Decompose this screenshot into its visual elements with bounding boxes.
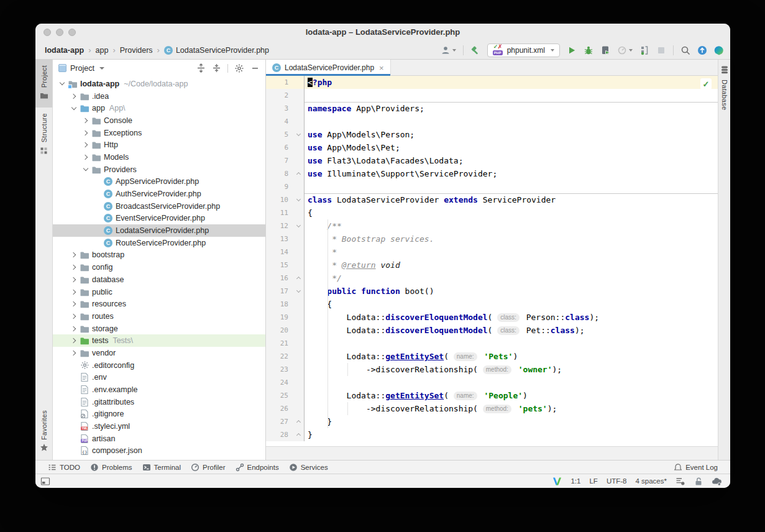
code-line-8[interactable]: 8use Illuminate\Support\ServiceProvider; [266,167,718,180]
tree-item-env[interactable]: .env [53,372,265,384]
code-line-23[interactable]: 23 ->discoverRelationship( method: 'owne… [266,363,718,376]
debug-icon[interactable] [584,45,593,56]
code-line-7[interactable]: 7use Flat3\Lodata\Facades\Lodata; [266,154,718,167]
code-line-4[interactable]: 4 [266,115,718,128]
tree-item-http[interactable]: Http [53,139,265,151]
chevron-right-icon[interactable] [68,94,79,98]
code-line-9[interactable]: 9 [266,180,718,193]
fold-marker-icon[interactable] [293,199,304,201]
stripe-tab-project[interactable]: Project [35,60,52,108]
chevron-right-icon[interactable] [80,143,91,147]
breadcrumb-item-app[interactable]: app [96,46,109,55]
status-line-separator[interactable]: LF [589,477,597,485]
breadcrumb-item-providers[interactable]: Providers [120,46,153,55]
code-line-20[interactable]: 20 Lodata::discoverEloquentModel( class:… [266,324,718,337]
code-line-12[interactable]: 12 /** [266,219,718,232]
editor[interactable]: 1<?php23namespace App\Providers;45use Ap… [266,76,718,460]
tree-item-styleci-yml[interactable]: YML.styleci.yml [53,420,265,433]
tree-item-tests[interactable]: testsTests\ [53,334,265,347]
breadcrumb-item-lodataserviceprovider-php[interactable]: CLodataServiceProvider.php [164,46,269,55]
user-menu-icon[interactable] [441,45,456,56]
tree-item-composer-json[interactable]: {}composer.json [53,445,265,457]
chevron-right-icon[interactable] [68,265,79,269]
tool-window-button-endpoints[interactable]: Endpoints [231,461,284,474]
close-tab-icon[interactable]: × [379,64,384,72]
tree-item-gitignore[interactable]: .gitignore [53,408,265,421]
chevron-right-icon[interactable] [68,278,79,282]
fold-marker-icon[interactable] [293,290,304,292]
code-line-11[interactable]: 11{ [266,206,718,219]
hide-panel-icon[interactable] [250,63,260,74]
code-line-26[interactable]: 26 ->discoverRelationship( method: 'pets… [266,402,718,415]
code-line-28[interactable]: 28} [266,428,718,441]
code-line-1[interactable]: 1<?php [266,76,718,89]
close-button[interactable] [44,29,51,36]
stripe-tab-database[interactable]: Database [718,60,730,116]
tree-item-vendor[interactable]: vendor [53,347,265,359]
update-icon[interactable] [697,45,707,56]
code-line-17[interactable]: 17 public function boot() [266,285,718,298]
tree-item-app[interactable]: appApp\ [53,102,265,114]
search-everywhere-icon[interactable] [680,45,690,56]
chevron-right-icon[interactable] [68,314,79,318]
code-line-16[interactable]: 16 */ [266,272,718,285]
tree-item-lodata-app[interactable]: lodata-app~/Code/lodata-app [53,78,265,90]
tree-item-lodataserviceprovider-php[interactable]: CLodataServiceProvider.php [53,224,265,237]
code-line-5[interactable]: 5use App\Models\Person; [266,128,718,141]
expand-all-icon[interactable] [196,63,206,74]
fold-marker-icon[interactable] [293,225,304,227]
v-plugin-icon[interactable] [552,475,562,487]
chevron-right-icon[interactable] [80,155,91,159]
fold-marker-icon[interactable] [293,134,304,135]
code-line-6[interactable]: 6use App\Models\Pet; [266,141,718,154]
tree-item-console[interactable]: Console [53,114,265,127]
code-line-13[interactable]: 13 * Bootstrap services. [266,232,718,245]
tool-window-button-problems[interactable]: Problems [85,461,137,474]
fold-marker-icon[interactable] [293,173,304,175]
chevron-down-icon[interactable] [99,67,104,70]
chevron-right-icon[interactable] [68,327,79,331]
cloud-settings-icon[interactable] [712,475,721,487]
code-line-15[interactable]: 15 * @return void [266,259,718,272]
code-line-27[interactable]: 27 } [266,415,718,428]
tree-item-routes[interactable]: routes [53,310,265,323]
attach-profiler-icon[interactable] [639,45,649,56]
tree-item-artisan[interactable]: PHPartisan [53,433,265,445]
tree-item-authserviceprovider-php[interactable]: CAuthServiceProvider.php [53,188,265,200]
chevron-right-icon[interactable] [68,339,79,342]
code-line-22[interactable]: 22 Lodata::getEntitySet( name: 'Pets') [266,350,718,363]
profiler-icon[interactable] [617,45,633,56]
code-line-10[interactable]: 10class LodataServiceProvider extends Se… [266,193,718,206]
code-line-3[interactable]: 3namespace App\Providers; [266,102,718,115]
zoom-button[interactable] [68,29,76,36]
code-line-19[interactable]: 19 Lodata::discoverEloquentModel( class:… [266,311,718,324]
fold-marker-icon[interactable] [293,277,304,279]
tool-window-button-todo[interactable]: TODO [43,461,85,474]
status-file-encoding[interactable]: UTF-8 [607,477,627,485]
tool-window-button-event-log[interactable]: Event Log [669,461,723,474]
minimize-button[interactable] [56,29,63,36]
stripe-tab-structure[interactable]: Structure [35,108,52,162]
status-indent-style[interactable]: 4 spaces* [635,477,667,485]
editor-preview-icon[interactable] [40,475,50,487]
fold-marker-icon[interactable] [293,421,304,423]
chevron-right-icon[interactable] [80,131,91,135]
tool-window-button-services[interactable]: Services [284,461,333,474]
chevron-right-icon[interactable] [68,253,79,257]
settings-gear-icon[interactable] [234,63,244,74]
chevron-down-icon[interactable] [57,83,67,85]
collapse-all-icon[interactable] [212,63,221,74]
tree-item-storage[interactable]: storage [53,323,265,335]
chevron-right-icon[interactable] [68,351,79,355]
chevron-right-icon[interactable] [68,302,79,306]
code-line-18[interactable]: 18 { [266,298,718,311]
code-line-24[interactable]: 24 [266,376,718,389]
tool-window-button-terminal[interactable]: Terminal [137,461,186,474]
code-line-25[interactable]: 25 Lodata::getEntitySet( name: 'People') [266,389,718,402]
tree-item-eventserviceprovider-php[interactable]: CEventServiceProvider.php [53,213,265,225]
tree-item-models[interactable]: Models [53,151,265,163]
code-line-14[interactable]: 14 * [266,245,718,259]
chevron-down-icon[interactable] [68,108,79,109]
column-settings-icon[interactable] [676,475,685,487]
tree-item-config[interactable]: config [53,261,265,273]
